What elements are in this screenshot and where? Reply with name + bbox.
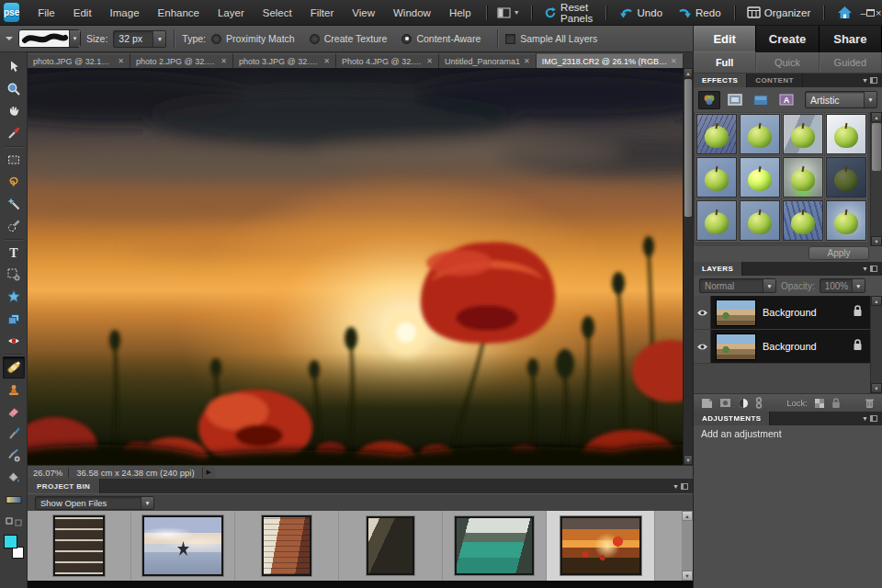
scroll-up-icon[interactable]: ▲ [682,511,693,521]
lasso-tool[interactable] [3,171,25,193]
hand-tool[interactable] [3,100,25,122]
tab-content[interactable]: CONTENT [747,74,802,87]
layer-name[interactable]: Background [763,307,853,318]
bin-item-brick-building[interactable] [235,511,339,581]
artistic-effect-preview[interactable] [696,114,737,154]
panel-menu-icon[interactable]: ▼ [862,266,882,272]
close-tab-icon[interactable]: ✕ [524,57,530,65]
close-tab-icon[interactable]: ✕ [426,57,433,65]
delete-layer-icon[interactable] [865,398,875,409]
zoom-level[interactable]: 26.07% [28,468,69,478]
artistic-effect-preview[interactable] [783,200,823,241]
menu-enhance[interactable]: Enhance [149,0,209,26]
restore-button[interactable] [866,4,875,22]
close-tab-icon[interactable]: ✕ [671,57,677,65]
panel-menu-icon[interactable]: ▼ [673,483,693,490]
scrollbar-thumb[interactable] [872,123,881,171]
home-button[interactable] [830,0,860,26]
canvas-horizontal-scrollbar[interactable] [215,466,693,479]
spot-healing-brush-tool[interactable] [3,356,25,379]
filters-icon[interactable] [698,91,720,109]
scroll-up-icon[interactable]: ▲ [684,68,693,78]
tab-create[interactable]: Create [756,26,819,52]
effects-scrollbar[interactable]: ▲ ▼ [870,112,882,246]
menu-file[interactable]: File [28,0,64,26]
artistic-effect-preview[interactable] [740,157,780,198]
bin-item-beach-reflection[interactable] [131,511,235,581]
shape-stack-tool[interactable] [3,308,25,330]
reset-panels-button[interactable]: Reset Panels [537,0,600,26]
panel-menu-icon[interactable]: ▼ [862,415,882,422]
quick-selection-tool[interactable] [3,215,25,237]
tab-full-edit[interactable]: Full [694,52,756,73]
artistic-effect-preview[interactable] [740,114,780,154]
close-tab-icon[interactable]: ✕ [118,57,124,65]
scroll-up-icon[interactable]: ▲ [871,112,882,122]
scroll-up-icon[interactable]: ▲ [871,296,882,306]
tab-layers[interactable]: LAYERS [694,262,742,276]
bin-item-mountain-lake[interactable] [443,511,547,581]
sample-all-layers-checkbox[interactable]: Sample All Layers [505,33,597,44]
rectangular-marquee-tool[interactable] [3,149,25,171]
text-effects-icon[interactable]: A [775,91,797,109]
bin-item-building[interactable] [28,511,131,581]
canvas-area[interactable]: ▲ ▼ [28,68,693,465]
menu-help[interactable]: Help [440,0,481,26]
menu-view[interactable]: View [343,0,384,26]
document-tab[interactable]: Photo 4.JPG @ 32.1% ...✕ [336,53,439,68]
tab-edit[interactable]: Edit [694,26,756,52]
gradient-tool[interactable] [3,489,25,511]
adjustment-layer-icon[interactable] [738,398,749,409]
menu-select[interactable]: Select [254,0,301,26]
red-eye-removal-tool[interactable] [3,330,25,352]
artistic-effect-preview[interactable] [826,157,866,198]
radio-proximity-match[interactable]: Proximity Match [211,33,295,44]
brush-preset-picker[interactable]: ▼ [18,29,81,48]
cookie-cutter-tool[interactable] [3,286,25,308]
eyedropper-tool[interactable] [3,122,25,144]
layer-visibility-toggle[interactable] [694,296,711,329]
project-bin-tab[interactable]: PROJECT BIN [28,479,100,493]
frames-icon[interactable] [724,91,746,109]
foreground-background-swatches[interactable] [3,535,25,559]
menu-window[interactable]: Window [384,0,440,26]
menu-edit[interactable]: Edit [64,0,101,26]
eraser-tool[interactable] [3,401,25,423]
zoom-tool[interactable] [3,78,25,100]
artistic-effect-preview[interactable] [696,157,737,198]
document-tab[interactable]: photo.JPG @ 32.1% (R...✕ [28,53,130,68]
scroll-down-icon[interactable]: ▼ [682,571,693,581]
artistic-effect-preview[interactable] [783,114,823,154]
paint-bucket-tool[interactable] [3,467,25,489]
tab-effects[interactable]: EFFECTS [694,74,747,87]
artistic-effect-preview[interactable] [826,114,866,154]
apply-button[interactable]: Apply [808,246,869,260]
foreground-color-swatch[interactable] [4,535,17,548]
effect-category-dropdown[interactable]: Artistic ▼ [805,91,877,108]
panel-menu-icon[interactable]: ▼ [862,77,882,84]
layer-row[interactable]: Background [694,296,870,330]
artistic-effect-preview[interactable] [696,200,737,241]
bin-item-dark-building[interactable] [339,511,443,581]
layer-thumbnail[interactable] [716,334,756,360]
close-button[interactable]: × [875,4,882,22]
layer-visibility-toggle[interactable] [694,330,711,363]
move-tool[interactable] [3,56,25,78]
menu-filter[interactable]: Filter [301,0,344,26]
canvas-vertical-scrollbar[interactable]: ▲ ▼ [683,68,693,465]
layer-row[interactable]: Background [694,330,870,364]
new-layer-icon[interactable] [701,398,713,409]
artistic-effect-preview[interactable] [826,200,866,241]
layer-thumbnail[interactable] [716,300,756,326]
arrange-windows-button[interactable]: ▼ [492,0,526,26]
menu-layer[interactable]: Layer [209,0,254,26]
radio-content-aware[interactable]: Content-Aware [401,33,481,44]
brush-size-dropdown[interactable]: 32 px ▼ [113,30,166,48]
clone-stamp-tool[interactable] [3,379,25,401]
artistic-effect-preview[interactable] [783,157,823,198]
undo-button[interactable]: Undo [612,0,671,26]
document-tab-active[interactable]: IMG_2318.CR2 @ 26.1% (RGB/8)✕ [537,53,684,68]
opacity-dropdown[interactable]: 100% ▼ [820,278,865,293]
status-options-arrow-icon[interactable]: ▶ [203,469,215,476]
textures-icon[interactable] [750,91,772,109]
